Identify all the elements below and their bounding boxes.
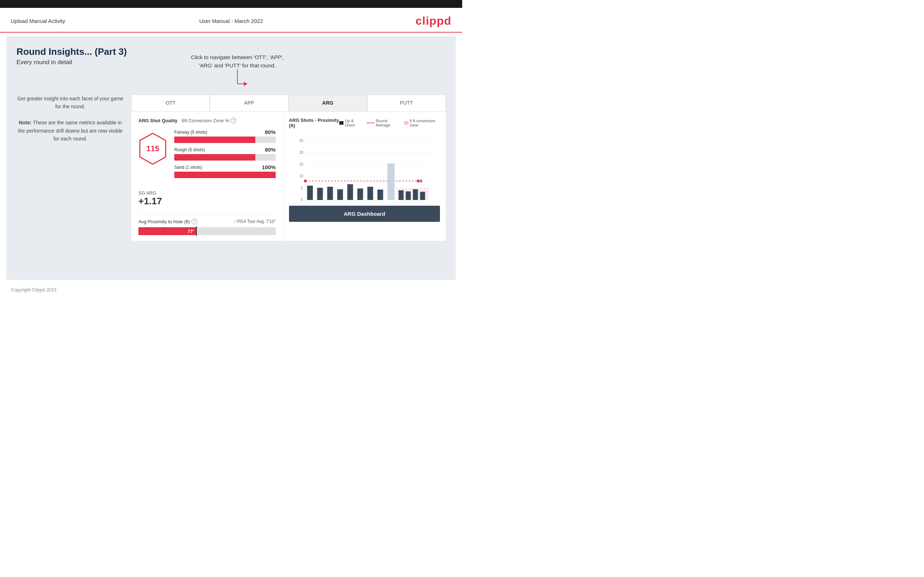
svg-point-18 <box>304 180 307 182</box>
legend-dashed-line <box>367 122 374 123</box>
legend-box-updown <box>339 121 344 125</box>
pga-avg: ↑ PGA Tour Avg: 7'10" <box>234 219 276 224</box>
bar-fill-rough <box>174 154 255 161</box>
bar-track-sand <box>174 172 276 178</box>
tab-ott[interactable]: OTT <box>131 95 210 111</box>
bar-label-sand: Sand (1 shots) <box>174 165 202 170</box>
sg-label: SG ARG <box>138 190 276 196</box>
quality-title: ARG Shot Quality <box>138 118 178 123</box>
svg-text:20: 20 <box>299 150 303 155</box>
legend-hatched-box <box>404 121 409 125</box>
hex-score: 115 <box>138 132 167 165</box>
content-layout: Get greater insight into each facet of y… <box>16 73 446 241</box>
svg-rect-29 <box>387 163 394 200</box>
legend-round-avg: Round Average <box>367 119 399 127</box>
proximity-bar-track: 77' <box>138 227 276 235</box>
copyright-text: Copyright Clippd 2021 <box>11 287 57 292</box>
svg-rect-28 <box>377 190 383 200</box>
svg-text:8: 8 <box>420 179 422 183</box>
proximity-label: Avg Proximity to Hole (ft) ? <box>138 219 197 224</box>
svg-rect-22 <box>317 188 323 200</box>
tab-arg[interactable]: ARG <box>289 95 367 111</box>
header: Upload Manual Activity User Manual - Mar… <box>0 8 462 32</box>
annotation-line2: 'ARG' and 'PUTT' for that round. <box>176 62 298 70</box>
annotation-arrow <box>223 69 252 91</box>
sg-section: SG ARG +1.17 <box>138 187 276 207</box>
chart-title: ARG Shots - Proximity (ft) <box>289 118 339 128</box>
svg-text:30: 30 <box>299 131 303 132</box>
sg-value: +1.17 <box>138 196 276 207</box>
svg-rect-25 <box>347 184 353 200</box>
svg-rect-26 <box>357 189 363 200</box>
svg-rect-21 <box>307 185 313 200</box>
legend-conversion-zone: 6 ft conversion zone <box>404 119 440 127</box>
insight-text: Get greater insight into each facet of y… <box>16 95 124 143</box>
card-body: ARG Shot Quality 6ft Conversion Zone % ? <box>131 112 446 241</box>
tab-app[interactable]: APP <box>210 95 288 111</box>
hex-value: 115 <box>146 144 160 153</box>
hexagon-container: 115 Fairway (5 shots) 80% <box>138 129 276 182</box>
main-content: Round Insights... (Part 3) Every round i… <box>6 36 456 280</box>
chart-header: ARG Shots - Proximity (ft) Up & Down Rou… <box>289 118 440 128</box>
upload-manual-activity-link[interactable]: Upload Manual Activity <box>11 18 65 24</box>
tab-putt[interactable]: PUTT <box>367 95 446 111</box>
svg-text:15: 15 <box>299 162 303 166</box>
svg-rect-33 <box>405 191 410 200</box>
bar-label-fairway: Fairway (5 shots) <box>174 130 207 135</box>
arg-dashboard-button[interactable]: ARG Dashboard <box>289 206 440 222</box>
proximity-cursor <box>196 226 197 236</box>
proximity-bar-fill: 77' <box>138 227 196 235</box>
top-bar <box>0 0 462 8</box>
bar-label-rough: Rough (5 shots) <box>174 147 205 152</box>
svg-rect-35 <box>420 192 425 200</box>
bar-row-fairway: Fairway (5 shots) 80% <box>174 129 276 143</box>
svg-rect-24 <box>337 189 343 200</box>
svg-rect-32 <box>398 190 403 200</box>
footer: Copyright Clippd 2021 <box>0 284 462 296</box>
bar-track-rough <box>174 154 276 161</box>
conversion-label: 6ft Conversion Zone % ? <box>182 118 236 123</box>
svg-text:5: 5 <box>300 186 303 190</box>
proximity-chart: 0 5 10 15 20 25 30 <box>289 131 440 203</box>
svg-marker-2 <box>244 82 247 86</box>
bar-percent-sand: 100% <box>262 164 275 170</box>
document-title: User Manual - March 2022 <box>199 18 263 24</box>
right-section: ARG Shots - Proximity (ft) Up & Down Rou… <box>283 112 446 241</box>
svg-text:10: 10 <box>299 174 303 178</box>
bar-percent-rough: 80% <box>265 147 276 153</box>
svg-text:25: 25 <box>299 139 303 143</box>
bar-fill-sand <box>174 172 276 178</box>
clippd-logo: clippd <box>415 15 451 27</box>
proximity-value: 77' <box>187 229 194 234</box>
bar-fill-fairway <box>174 137 255 143</box>
svg-rect-34 <box>413 189 418 200</box>
svg-rect-23 <box>327 187 333 200</box>
quality-header: ARG Shot Quality 6ft Conversion Zone % ? <box>138 118 276 123</box>
bar-rows: Fairway (5 shots) 80% Rough (5 s <box>174 129 276 182</box>
proximity-help-icon[interactable]: ? <box>191 219 197 224</box>
svg-text:0: 0 <box>300 198 303 202</box>
chart-legend: Up & Down Round Average 6 ft conversion … <box>339 119 440 127</box>
annotation-line1: Click to navigate between 'OTT', 'APP', <box>176 53 298 62</box>
help-icon[interactable]: ? <box>231 118 236 123</box>
bar-percent-fairway: 80% <box>265 129 276 135</box>
left-section: ARG Shot Quality 6ft Conversion Zone % ? <box>131 112 283 241</box>
svg-rect-27 <box>367 187 373 200</box>
tab-bar: OTT APP ARG PUTT <box>131 95 446 112</box>
chart-area: 0 5 10 15 20 25 30 <box>289 131 440 203</box>
left-panel: Get greater insight into each facet of y… <box>16 73 124 241</box>
bar-row-rough: Rough (5 shots) 80% <box>174 147 276 161</box>
bar-row-sand: Sand (1 shots) 100% <box>174 164 276 178</box>
round-insights-card: OTT APP ARG PUTT ARG Shot Quality 6ft Co… <box>131 95 446 241</box>
note-label: Note: <box>19 120 32 126</box>
nav-annotation: Click to navigate between 'OTT', 'APP', … <box>176 53 298 91</box>
bar-track-fairway <box>174 137 276 143</box>
proximity-section: Avg Proximity to Hole (ft) ? ↑ PGA Tour … <box>138 214 276 235</box>
proximity-header: Avg Proximity to Hole (ft) ? ↑ PGA Tour … <box>138 219 276 224</box>
svg-point-19 <box>417 180 420 182</box>
legend-up-down: Up & Down <box>339 119 362 127</box>
